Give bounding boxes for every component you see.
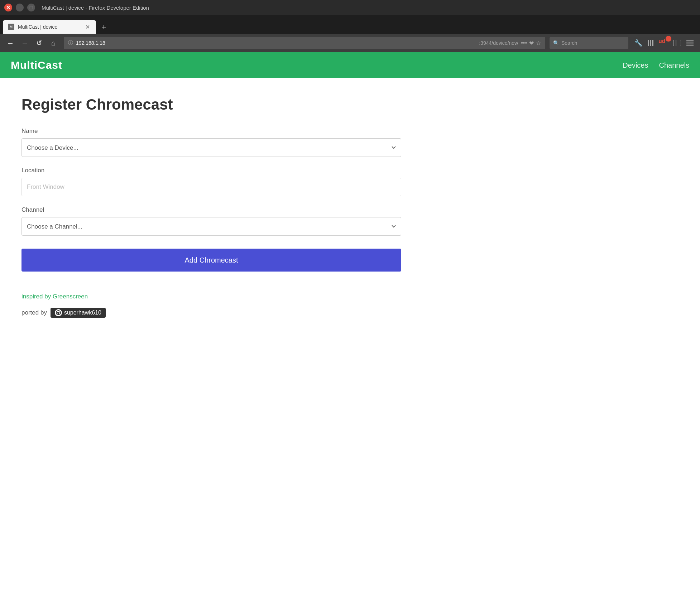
- shield-button[interactable]: ud: [658, 37, 670, 49]
- nav-bar: ← → ↺ ⌂ ⓘ 192.168.1.18:3944/device/new •…: [0, 34, 700, 52]
- url-bar[interactable]: ⓘ 192.168.1.18:3944/device/new ••• ❤ ☆: [64, 37, 545, 49]
- footer-ported: ported by superhawk610: [21, 308, 679, 318]
- library-button[interactable]: [646, 37, 657, 49]
- footer-divider: [21, 304, 115, 304]
- app-logo: MultiCast: [11, 59, 62, 71]
- more-options-icon[interactable]: •••: [521, 40, 527, 46]
- page-title: Register Chromecast: [21, 96, 679, 113]
- svg-rect-2: [652, 40, 653, 46]
- developer-tools-button[interactable]: 🔧: [633, 37, 644, 49]
- main-content: Register Chromecast Name Choose a Device…: [0, 78, 700, 609]
- browser-tab[interactable]: M MultiCast | device ✕: [3, 20, 96, 34]
- github-badge[interactable]: superhawk610: [51, 308, 106, 318]
- location-label: Location: [21, 167, 679, 174]
- ported-by-text: ported by: [21, 309, 47, 316]
- reload-button[interactable]: ↺: [33, 37, 45, 49]
- channel-field-group: Channel Choose a Channel...: [21, 206, 679, 236]
- svg-rect-3: [673, 40, 681, 46]
- url-actions: ••• ❤ ☆: [521, 40, 541, 47]
- footer: inspired by Greenscreen ported by superh…: [21, 293, 679, 329]
- name-field-group: Name Choose a Device...: [21, 128, 679, 157]
- menu-button[interactable]: [684, 37, 696, 49]
- location-input[interactable]: [21, 178, 401, 196]
- app-nav: Devices Channels: [623, 61, 689, 69]
- close-button[interactable]: ✕: [4, 4, 12, 11]
- url-host: 192.168.1.18: [76, 40, 476, 46]
- inspired-link[interactable]: inspired by Greenscreen: [21, 293, 88, 300]
- tab-favicon: M: [8, 24, 14, 30]
- url-protocol-icon: ⓘ: [68, 40, 73, 46]
- new-tab-button[interactable]: +: [97, 21, 110, 34]
- shield-icon: ud: [658, 38, 666, 44]
- tab-close-button[interactable]: ✕: [84, 23, 91, 30]
- nav-tools: 🔧 ud: [633, 37, 696, 49]
- minimize-button[interactable]: —: [16, 4, 24, 11]
- logo-prefix: Multi: [11, 59, 38, 71]
- search-placeholder: Search: [561, 40, 577, 46]
- back-button[interactable]: ←: [4, 37, 16, 49]
- github-icon: [55, 309, 62, 316]
- nav-channels-link[interactable]: Channels: [659, 61, 689, 69]
- bookmark-icon[interactable]: ☆: [536, 40, 541, 47]
- shield-badge: [666, 36, 671, 42]
- channel-select[interactable]: Choose a Channel...: [21, 217, 401, 236]
- maximize-button[interactable]: □: [27, 4, 35, 11]
- home-button[interactable]: ⌂: [47, 37, 59, 49]
- pocket-icon[interactable]: ❤: [529, 40, 534, 47]
- svg-rect-0: [648, 40, 649, 46]
- tab-bar: M MultiCast | device ✕ +: [0, 15, 700, 34]
- tab-title: MultiCast | device: [18, 24, 80, 30]
- logo-suffix: Cast: [38, 59, 62, 71]
- url-port-path: :3944/device/new: [479, 40, 518, 46]
- channel-label: Channel: [21, 206, 679, 214]
- search-bar[interactable]: 🔍 Search: [550, 37, 628, 49]
- app-header: MultiCast Devices Channels: [0, 52, 700, 78]
- github-username: superhawk610: [64, 310, 101, 316]
- nav-devices-link[interactable]: Devices: [623, 61, 648, 69]
- svg-rect-1: [650, 40, 651, 46]
- sidebar-button[interactable]: [671, 37, 683, 49]
- search-icon: 🔍: [553, 40, 559, 46]
- name-select[interactable]: Choose a Device...: [21, 138, 401, 157]
- location-field-group: Location: [21, 167, 679, 196]
- submit-button[interactable]: Add Chromecast: [21, 249, 401, 272]
- title-bar: ✕ — □ MultiCast | device - Firefox Devel…: [0, 0, 700, 15]
- forward-button[interactable]: →: [19, 37, 31, 49]
- name-label: Name: [21, 128, 679, 135]
- window-title: MultiCast | device - Firefox Developer E…: [42, 5, 149, 11]
